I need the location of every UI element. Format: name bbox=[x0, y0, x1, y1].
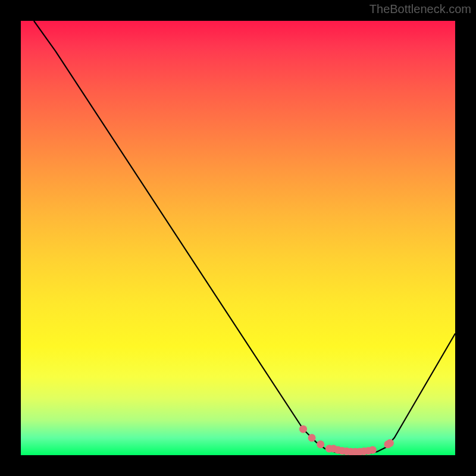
watermark-text: TheBottleneck.com bbox=[369, 2, 471, 16]
bottleneck-curve-line bbox=[34, 21, 455, 454]
chart-svg bbox=[21, 21, 455, 455]
plot-area bbox=[21, 21, 455, 455]
marker-dot bbox=[317, 440, 324, 448]
marker-dot bbox=[386, 439, 394, 447]
marker-dot bbox=[308, 434, 316, 441]
marker-dot bbox=[299, 425, 307, 433]
marker-dot bbox=[369, 446, 377, 454]
